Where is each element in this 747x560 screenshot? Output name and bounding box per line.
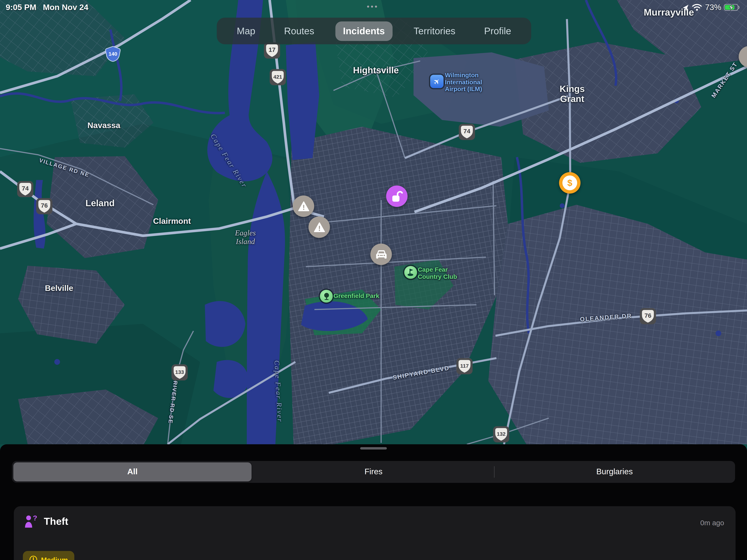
sheet-drag-handle[interactable]	[360, 447, 387, 450]
warning-triangle-icon	[298, 201, 309, 212]
exclamation-circle-icon	[29, 555, 38, 560]
place-label-leland: Leland	[85, 198, 114, 209]
wifi-icon	[692, 3, 702, 13]
tab-profile[interactable]: Profile	[476, 21, 519, 41]
park-poi[interactable]	[320, 290, 333, 302]
airplane-icon: ✈	[432, 76, 442, 87]
status-date: Mon Nov 24	[43, 3, 88, 12]
place-label-belville: Belville	[45, 284, 73, 293]
segment-divider	[494, 466, 494, 478]
place-label-kings-grant: Kings Grant	[555, 84, 589, 104]
us-shield-132: 132	[493, 426, 510, 443]
svg-text:?: ?	[33, 515, 37, 522]
incident-marker-unlock[interactable]	[386, 185, 408, 207]
place-label-hightsville: Hightsville	[353, 65, 399, 76]
unlock-icon	[391, 190, 403, 203]
battery-percent: 73%	[705, 3, 721, 12]
shield-number: 76	[36, 197, 53, 215]
us-shield-74: 74	[458, 124, 475, 140]
incident-card[interactable]: ? Theft 0m ago Medium	[14, 506, 736, 560]
shield-number: 76	[639, 308, 656, 325]
place-label-navassa: Navassa	[87, 121, 120, 131]
incident-marker-warning[interactable]	[293, 195, 314, 217]
shield-number: 132	[493, 426, 510, 443]
tab-map[interactable]: Map	[229, 21, 263, 41]
tab-routes[interactable]: Routes	[277, 21, 322, 41]
us-shield-421: 421	[269, 69, 286, 86]
airport-poi[interactable]: ✈	[430, 75, 443, 88]
tab-incidents[interactable]: Incidents	[335, 21, 392, 41]
golf-flag-icon	[407, 268, 414, 276]
top-nav-tabs: Map Routes Incidents Territories Profile	[217, 18, 531, 44]
shield-number: 140	[104, 45, 121, 62]
filter-fires[interactable]: Fires	[253, 467, 494, 477]
incident-filter-segmented: All Fires Burglaries	[12, 461, 735, 483]
severity-label: Medium	[41, 556, 68, 560]
tree-icon	[323, 292, 330, 300]
place-label-eagles-island: Eagles Island	[227, 229, 263, 246]
severity-badge: Medium	[23, 551, 74, 560]
incident-marker-vehicle[interactable]	[370, 243, 392, 265]
bottom-sheet: All Fires Burglaries ? Theft 0m ago	[0, 444, 747, 560]
us-shield-76-west: 76	[36, 197, 53, 215]
shield-number: 17	[263, 42, 281, 59]
person-question-icon: ?	[24, 515, 41, 530]
shield-number: 74	[458, 124, 475, 140]
us-shield-17: 17	[263, 42, 281, 59]
shield-number: 74	[17, 181, 34, 197]
incident-time-ago: 0m ago	[700, 518, 724, 527]
more-indicator[interactable]: •••	[367, 2, 379, 10]
incident-marker-dollar[interactable]: $	[559, 172, 581, 193]
tab-territories[interactable]: Territories	[406, 21, 463, 41]
vehicle-icon	[375, 248, 387, 260]
incident-marker-warning[interactable]	[308, 216, 330, 238]
shield-number: 133	[171, 364, 188, 381]
battery-charging-icon	[724, 4, 741, 13]
shield-number: 117	[456, 357, 473, 375]
shield-number: 421	[269, 69, 286, 86]
interstate-shield-140: 140	[104, 45, 121, 62]
us-shield-76-east: 76	[639, 308, 656, 325]
country-club-poi[interactable]	[404, 266, 417, 279]
incident-title: Theft	[44, 516, 68, 527]
us-shield-117: 117	[456, 357, 473, 375]
app-screen: Murrayville Hightsville Kings Grant Nava…	[0, 0, 747, 560]
filter-all[interactable]: All	[12, 467, 253, 477]
us-shield-133: 133	[171, 364, 188, 381]
park-poi-label[interactable]: Greenfield Park	[334, 293, 379, 300]
us-shield-74-west: 74	[17, 181, 34, 197]
dollar-icon: $	[562, 176, 577, 190]
airport-poi-label[interactable]: Wilmington International Airport (ILM)	[445, 72, 498, 93]
warning-triangle-icon	[313, 222, 325, 233]
country-club-poi-label[interactable]: Cape Fear Country Club	[418, 266, 465, 280]
status-time: 9:05 PM	[6, 3, 36, 12]
filter-burglaries[interactable]: Burglaries	[494, 467, 735, 477]
location-arrow-icon	[682, 4, 689, 13]
place-label-clairmont: Clairmont	[153, 217, 191, 226]
